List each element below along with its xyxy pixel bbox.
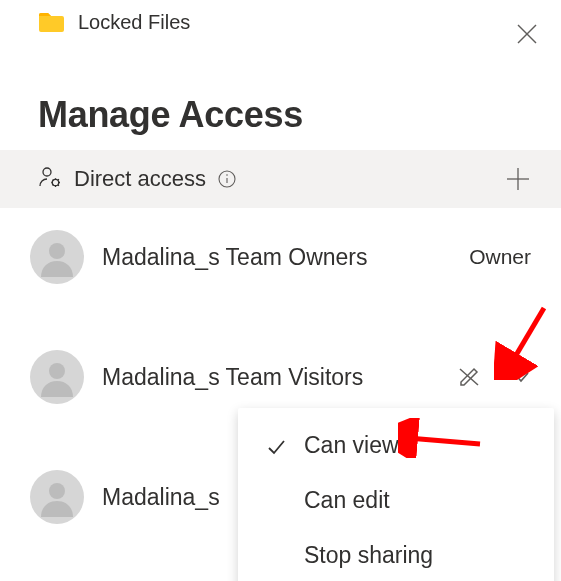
- page-title: Manage Access: [0, 40, 561, 150]
- avatar: [30, 230, 84, 284]
- folder-header: Locked Files: [0, 0, 561, 40]
- plus-icon: [505, 166, 531, 192]
- permission-dropdown: Can view Can edit Stop sharing: [238, 408, 554, 581]
- role-label: Owner: [469, 245, 531, 269]
- close-button[interactable]: [513, 20, 541, 48]
- avatar: [30, 350, 84, 404]
- dropdown-item-can-edit[interactable]: Can edit: [238, 473, 554, 528]
- dropdown-item-stop-sharing[interactable]: Stop sharing: [238, 528, 554, 581]
- add-person-button[interactable]: [503, 164, 533, 194]
- check-icon: [266, 436, 286, 456]
- access-entry: Madalina_s Team Owners Owner: [0, 208, 561, 306]
- svg-point-9: [49, 243, 65, 259]
- svg-point-10: [49, 363, 65, 379]
- svg-point-6: [226, 174, 228, 176]
- info-icon[interactable]: [218, 170, 236, 188]
- folder-title: Locked Files: [78, 11, 190, 34]
- svg-point-12: [49, 483, 65, 499]
- edit-permission-icon: [455, 363, 483, 391]
- svg-line-11: [460, 369, 478, 385]
- dropdown-item-label: Stop sharing: [304, 542, 433, 569]
- direct-access-section: Direct access: [0, 150, 561, 208]
- permission-dropdown-button[interactable]: [511, 367, 531, 387]
- svg-point-2: [43, 168, 51, 176]
- dropdown-item-label: Can edit: [304, 487, 390, 514]
- entry-name: Madalina_s: [102, 484, 220, 511]
- dropdown-item-can-view[interactable]: Can view: [238, 418, 554, 473]
- folder-icon: [38, 12, 64, 32]
- entry-name: Madalina_s Team Visitors: [102, 364, 363, 391]
- dropdown-item-label: Can view: [304, 432, 399, 459]
- close-icon: [516, 23, 538, 45]
- entry-name: Madalina_s Team Owners: [102, 244, 367, 271]
- avatar: [30, 470, 84, 524]
- chevron-down-icon: [511, 367, 531, 387]
- person-gear-icon: [38, 165, 62, 193]
- section-label: Direct access: [74, 166, 206, 192]
